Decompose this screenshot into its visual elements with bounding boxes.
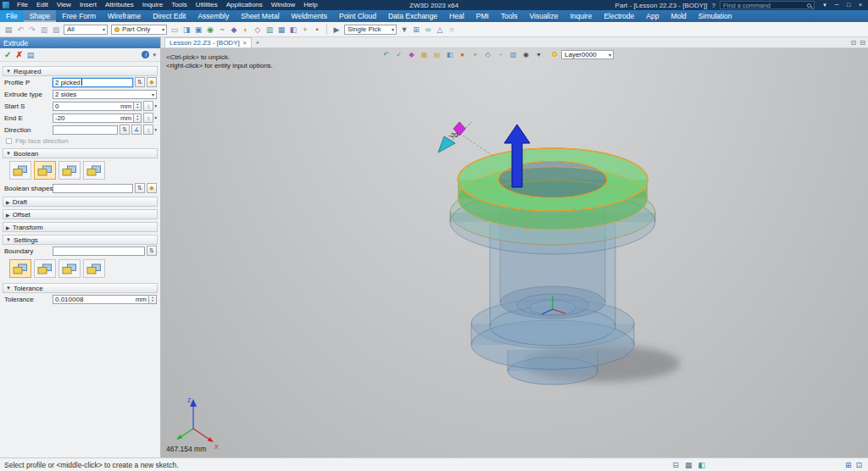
section-offset[interactable]: ▶ Offset: [3, 209, 158, 219]
direction-input-icon[interactable]: ◇: [481, 49, 494, 59]
end-spinner[interactable]: ▴ ▾: [134, 114, 142, 123]
cancel-button[interactable]: ✗: [15, 50, 22, 59]
boundary-input[interactable]: [53, 247, 145, 256]
fillet-icon[interactable]: ◐: [240, 24, 252, 35]
new-tab-button[interactable]: +: [252, 37, 264, 47]
ribbon-tab[interactable]: Weldments: [286, 10, 333, 22]
loft-icon[interactable]: ◆: [228, 24, 240, 35]
apply-button[interactable]: ▤: [27, 51, 35, 59]
undo-input-icon[interactable]: ↶: [380, 49, 392, 59]
pattern-icon[interactable]: ▦: [275, 24, 287, 35]
direction-picker-button[interactable]: ⇅: [120, 125, 130, 135]
boolean-base-button[interactable]: [9, 161, 31, 180]
command-search[interactable]: Find a command: [720, 1, 815, 9]
menu-item[interactable]: Tools: [167, 0, 192, 10]
menu-item[interactable]: View: [53, 0, 75, 10]
copy-icon[interactable]: ▥: [38, 24, 50, 35]
ribbon-tab[interactable]: PMI: [470, 10, 495, 22]
chevron-down-icon[interactable]: ▾: [154, 127, 157, 132]
window-pick-icon[interactable]: ⊞: [410, 24, 422, 35]
intersection-point-icon[interactable]: +: [469, 49, 481, 59]
pick-mode-combo[interactable]: Single Pick ▾: [344, 25, 397, 35]
viewport[interactable]: -20 Z X <Ctrl-pick> to unpick.<right-cli…: [161, 48, 868, 457]
spin-down-icon[interactable]: ▾: [134, 118, 141, 122]
flip-face-checkbox[interactable]: [6, 138, 12, 144]
ribbon-options-icon[interactable]: ▾: [819, 0, 831, 10]
ribbon-tab[interactable]: Simulation: [693, 10, 738, 22]
section-required[interactable]: ▼ Required: [3, 66, 158, 76]
tolerance-spinner[interactable]: ▴ ▾: [149, 295, 157, 304]
scope-combo[interactable]: Part Only ▾: [111, 25, 167, 35]
ribbon-tab[interactable]: Wireframe: [102, 10, 147, 22]
direction-angle-button[interactable]: ∡: [131, 125, 142, 135]
tolerance-input[interactable]: 0.010008 mm: [53, 295, 149, 304]
face-point-icon[interactable]: ◧: [443, 49, 456, 59]
chain-pick-icon[interactable]: ∞: [422, 24, 434, 35]
point-input-icon[interactable]: ◆: [405, 49, 418, 59]
document-tab[interactable]: Lesson 22.Z3 - [BODY] ×: [164, 37, 252, 47]
boolean-shapes-picker-button[interactable]: ⇅: [135, 183, 145, 193]
view-lock-icon[interactable]: ◧: [698, 461, 705, 469]
menu-item[interactable]: Inquire: [138, 0, 167, 10]
close-button[interactable]: ×: [854, 0, 866, 10]
ribbon-tab[interactable]: Sheet Metal: [235, 10, 285, 22]
minimize-button[interactable]: ─: [831, 0, 843, 10]
center-point-icon[interactable]: ●: [456, 49, 469, 59]
ribbon-tab[interactable]: Point Cloud: [333, 10, 382, 22]
section-settings[interactable]: ▼ Settings: [3, 235, 158, 245]
extrude-type-select[interactable]: 2 sides ▾: [53, 90, 157, 99]
filter-list-icon[interactable]: ▼: [398, 24, 410, 35]
sweep-icon[interactable]: ~: [216, 24, 228, 35]
insert-datum-icon[interactable]: ◨: [181, 24, 192, 35]
ok-button[interactable]: ✓: [4, 50, 11, 59]
search-icon[interactable]: [807, 3, 811, 8]
paste-icon[interactable]: ▧: [50, 24, 62, 35]
dialog-title-bar[interactable]: Extrude: [0, 37, 160, 48]
boolean-add-button[interactable]: [34, 161, 56, 180]
profile-picker-button[interactable]: ⇅: [135, 77, 145, 87]
menu-item[interactable]: Attributes: [101, 0, 138, 10]
spin-down-icon[interactable]: ▾: [149, 299, 156, 303]
menu-item[interactable]: Applications: [222, 0, 267, 10]
shell-icon[interactable]: ▥: [264, 24, 275, 35]
ribbon-tab[interactable]: Inquire: [564, 10, 598, 22]
ribbon-tab[interactable]: Assembly: [192, 10, 235, 22]
section-tolerance[interactable]: ▼ Tolerance: [3, 283, 158, 293]
close-tab-icon[interactable]: ×: [243, 40, 247, 46]
ribbon-tab[interactable]: Data Exchange: [382, 10, 443, 22]
menu-item[interactable]: Help: [299, 0, 321, 10]
ribbon-tab[interactable]: Shape: [24, 10, 57, 22]
help-icon[interactable]: ?: [712, 2, 715, 9]
boundary-option-4-button[interactable]: [83, 259, 105, 278]
input-options-icon[interactable]: ▾: [532, 49, 545, 59]
sticky-point-icon[interactable]: ◉: [520, 49, 532, 59]
extrude-drag-handles[interactable]: -20: [438, 122, 494, 157]
boolean-remove-button[interactable]: [58, 161, 81, 180]
menu-item[interactable]: Insert: [75, 0, 101, 10]
profile-input[interactable]: 2 picked: [53, 78, 133, 87]
start-spinner[interactable]: ▴ ▾: [134, 102, 142, 111]
end-input[interactable]: -20 mm: [53, 114, 134, 123]
ribbon-tab[interactable]: File: [0, 10, 24, 22]
menu-item[interactable]: Edit: [32, 0, 53, 10]
chamfer-icon[interactable]: ◇: [252, 24, 264, 35]
ribbon-tab[interactable]: Mold: [665, 10, 692, 22]
redo-icon[interactable]: ↷: [26, 24, 38, 35]
section-draft[interactable]: ▶ Draft: [3, 197, 158, 207]
polygon-pick-icon[interactable]: △: [434, 24, 446, 35]
boundary-option-3-button[interactable]: [58, 259, 81, 278]
selection-info-icon[interactable]: ⊟: [672, 461, 679, 469]
section-boolean[interactable]: ▼ Boolean: [3, 148, 158, 158]
minimize-doc-icon[interactable]: ⊟: [860, 39, 865, 47]
dialog-collapse-icon[interactable]: ▾: [153, 52, 156, 58]
layer-combo[interactable]: Layer0000 ▾: [561, 50, 614, 59]
ribbon-tab[interactable]: Direct Edit: [147, 10, 192, 22]
offset-point-icon[interactable]: ▤: [431, 49, 443, 59]
menu-item[interactable]: File: [13, 0, 32, 10]
app-logo-icon[interactable]: [3, 2, 9, 8]
restore-doc-icon[interactable]: ⊡: [851, 39, 857, 47]
ribbon-tab[interactable]: Heal: [443, 10, 470, 22]
boolean-intersect-button[interactable]: [83, 161, 105, 180]
mirror-icon[interactable]: ◧: [287, 24, 299, 35]
curve-point-icon[interactable]: ~: [494, 49, 507, 59]
